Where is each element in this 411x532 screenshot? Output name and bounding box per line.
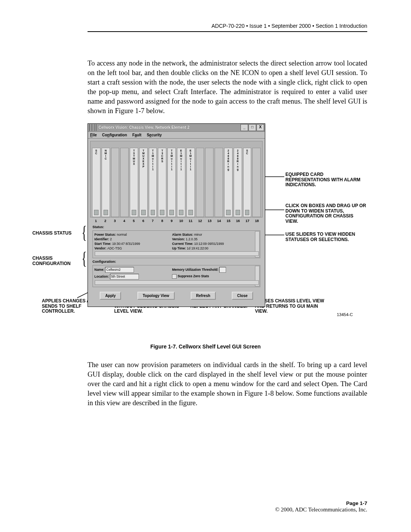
paragraph-1: To access any node in the network, the a…: [88, 59, 367, 116]
ann-sliders: USE SLIDERS TO VIEW HIDDEN STATUSES OR S…: [285, 232, 362, 243]
maximize-button[interactable]: □: [249, 124, 256, 131]
menu-configuration[interactable]: Configuration: [102, 133, 127, 137]
menu-security[interactable]: Security: [147, 133, 162, 137]
location-input[interactable]: 5th Street: [110, 274, 139, 280]
figure-caption: Figure 1-7. Cellworx Shelf Level GUI Scr…: [44, 343, 367, 350]
minimize-button[interactable]: _: [241, 124, 248, 131]
ann-close: CLOSES CHASSIS LEVEL VIEW AND RETURNS TO…: [255, 299, 331, 314]
card-slot-18[interactable]: [252, 148, 261, 217]
chassis-slots: S CN M I CT 3 T M U XT M U X E X PT 1 M …: [90, 141, 263, 217]
config-scrollbar-h[interactable]: [95, 280, 259, 285]
card-slot-11[interactable]: E 1 M u l t i 1: [186, 148, 195, 217]
apply-button[interactable]: Apply: [100, 292, 121, 300]
card-slot-10[interactable]: E 1 M u l t i 1: [177, 148, 185, 217]
config-pane: Name: Cellworx2 Location: 5th Street Mem…: [92, 265, 260, 287]
close-window-button[interactable]: X: [256, 124, 264, 131]
menu-file[interactable]: File: [90, 133, 97, 137]
suppress-checkbox[interactable]: [172, 274, 177, 279]
label-chassis-config: CHASSIS CONFIGURATION: [32, 256, 70, 267]
label-chassis-status: CHASSIS STATUS: [32, 231, 72, 236]
card-slot-17[interactable]: S C: [243, 148, 252, 217]
window-icon: [89, 124, 96, 131]
topology-view-button[interactable]: Topology View: [137, 292, 175, 300]
ann-drag: CLICK ON BOXES AND DRAG UP OR DOWN TO WI…: [285, 203, 367, 224]
page-footer: Page 1-7 © 2000, ADC Telecommunications,…: [275, 500, 367, 513]
menu-fault[interactable]: Fault: [132, 133, 142, 137]
card-slot-12[interactable]: [196, 148, 204, 217]
page-header: ADCP-70-220 • Issue 1 • September 2000 •…: [88, 23, 367, 32]
status-scrollbar-h[interactable]: [95, 251, 259, 256]
name-input[interactable]: Cellworx2: [105, 267, 134, 273]
card-slot-2[interactable]: N M I C: [102, 148, 110, 217]
mem-threshold-input[interactable]: [219, 267, 226, 273]
card-slot-7[interactable]: T 1 M u l t i 1: [149, 148, 157, 217]
paragraph-2: The user can now provision parameters on…: [88, 360, 367, 408]
status-heading: Status:: [90, 224, 263, 230]
status-pane: Power Status: normal Identifier: 2 Start…: [92, 230, 260, 258]
card-slot-4[interactable]: [120, 148, 129, 217]
card-slot-3[interactable]: [111, 148, 119, 217]
close-button[interactable]: Close: [232, 292, 253, 300]
card-slot-14[interactable]: [215, 148, 223, 217]
card-slot-8[interactable]: T 3 C R S: [158, 148, 166, 217]
card-slot-6[interactable]: T M U X E X P: [139, 148, 148, 217]
figure-1-7: CHASSIS STATUS { CHASSIS CONFIGURATION {…: [44, 123, 375, 337]
menubar: File Configuration Fault Security: [88, 132, 265, 139]
button-bar: Apply Topology View Refresh Close: [90, 288, 263, 304]
config-heading: Configuration:: [90, 259, 263, 264]
figure-id: 13454-C: [337, 312, 353, 317]
card-slot-16[interactable]: 2 4 8 8 R i n g: [234, 148, 242, 217]
card-slot-1[interactable]: S C: [92, 148, 100, 217]
refresh-button[interactable]: Refresh: [191, 292, 215, 300]
card-slot-9[interactable]: T 3 M u l t i 1: [167, 148, 176, 217]
ann-equipped: EQUIPPED CARD REPRESENTATIONS WITH ALARM…: [285, 172, 362, 188]
card-slot-13[interactable]: [205, 148, 213, 217]
titlebar[interactable]: Cellworx Vision: Chassis View, Network E…: [88, 124, 265, 132]
slot-numbers: 123456789101112131415161718: [90, 217, 263, 224]
card-slot-15[interactable]: 2 4 8 8 R i n g: [224, 148, 233, 217]
window-title: Cellworx Vision: Chassis View, Network E…: [98, 125, 240, 129]
card-slot-5[interactable]: T 3 T M U X: [130, 148, 138, 217]
gui-window: Cellworx Vision: Chassis View, Network E…: [88, 123, 265, 307]
